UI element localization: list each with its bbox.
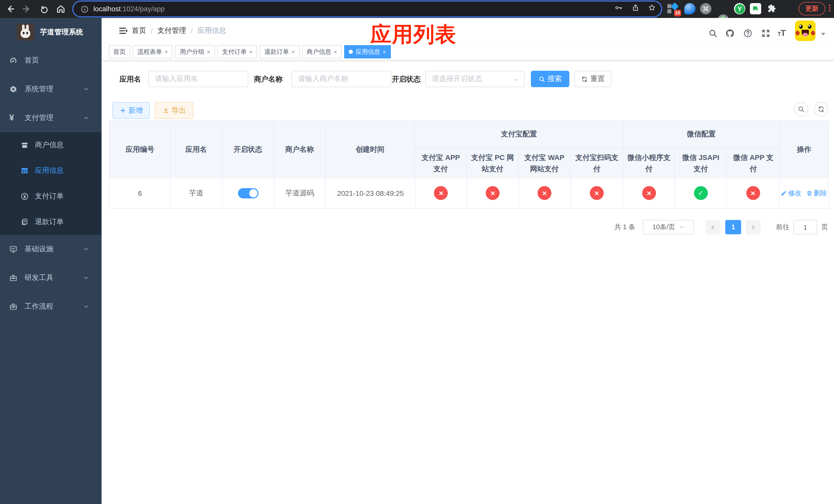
sidebar-item-system[interactable]: 系统管理 (0, 75, 102, 104)
browser-chrome: localhost:1024/pay/app 10 ⌘ 1 Y 更新 (0, 0, 834, 18)
sidebar-item-pay[interactable]: ¥ 支付管理 (0, 104, 102, 132)
sidebar-item-label: 系统管理 (25, 85, 53, 94)
sidebar-item-refund-order[interactable]: 退款订单 (0, 209, 102, 235)
tags-view-bar: 首页 流程表单× 用户分组× 支付订单× 退款订单× 商户信息× 应用信息× (102, 44, 834, 61)
close-icon[interactable]: × (382, 49, 386, 55)
sidebar-item-label: 研发工具 (25, 273, 53, 282)
table-header: 应用编号 应用名 开启状态 商户名称 创建时间 支付宝配置 支付宝 APP 支付… (109, 120, 829, 177)
add-button[interactable]: 新增 (112, 102, 150, 119)
font-size-icon[interactable]: TT (777, 28, 785, 39)
close-icon[interactable]: × (334, 49, 337, 55)
group-label: 支付宝配置 (415, 121, 623, 148)
extension-command-icon[interactable]: ⌘ (700, 3, 711, 14)
chevron-down-icon (83, 246, 89, 252)
cell-created: 2021-10-23 08:49:25 (326, 178, 415, 208)
page-size-select[interactable]: 10条/页 (643, 220, 694, 234)
tab-pay-order[interactable]: 支付订单× (218, 45, 257, 59)
chevron-down-icon (83, 86, 89, 92)
sidebar-item-devtools[interactable]: 研发工具 (0, 264, 102, 292)
col-header-merchant: 商户名称 (274, 121, 326, 177)
fullscreen-icon[interactable] (761, 29, 770, 38)
delete-link[interactable]: 删除 (807, 188, 827, 198)
cell-app-name: 芋道 (171, 178, 223, 208)
sidebar-item-infra[interactable]: 基础设施 (0, 235, 102, 264)
edit-link[interactable]: 修改 (781, 188, 802, 198)
tab-home[interactable]: 首页 (109, 45, 130, 59)
briefcase-icon (9, 302, 18, 311)
goto-label: 前往 (776, 220, 789, 234)
home-icon[interactable] (56, 4, 66, 14)
tab-user-group[interactable]: 用户分组× (175, 45, 215, 59)
browser-update-button[interactable]: 更新 (798, 2, 825, 15)
close-icon[interactable]: × (164, 49, 168, 55)
extension-y-icon[interactable]: Y (734, 3, 745, 14)
tab-merchant-info[interactable]: 商户信息× (302, 45, 342, 59)
breadcrumb-current: 应用信息 (197, 26, 226, 36)
sidebar-item-pay-order[interactable]: 支付订单 (0, 184, 102, 209)
app-logo-rabbit (17, 24, 34, 41)
export-button[interactable]: 导出 (155, 102, 193, 119)
sidebar-item-label: 基础设施 (25, 245, 53, 254)
app-logo-row[interactable]: 芋道管理系统 (0, 18, 102, 46)
refresh-table-button[interactable] (814, 102, 828, 116)
sidebar-item-merchant[interactable]: 商户信息 (0, 132, 102, 158)
sidebar-item-label: 应用信息 (35, 166, 64, 175)
plus-icon (119, 107, 126, 114)
chevron-down-icon (679, 225, 684, 230)
extension-chat-icon[interactable] (750, 3, 761, 14)
extension-badge: 10 (674, 10, 681, 17)
breadcrumb-home[interactable]: 首页 (132, 26, 146, 36)
sidebar-item-label: 工作流程 (25, 302, 53, 311)
dashboard-icon (9, 56, 18, 65)
toggle-search-button[interactable] (794, 102, 808, 116)
app-name-input[interactable]: 请输入应用名 (148, 71, 248, 87)
search-icon[interactable] (708, 29, 718, 38)
chevron-down-icon (83, 275, 89, 281)
tab-process-form[interactable]: 流程表单× (133, 45, 173, 59)
info-icon[interactable] (81, 5, 89, 13)
tab-refund-order[interactable]: 退款订单× (260, 45, 300, 59)
extension-balloon-icon[interactable] (684, 3, 696, 14)
reset-button[interactable]: 重置 (574, 71, 611, 87)
merchant-name-input[interactable]: 请输入商户名称 (291, 71, 391, 87)
avatar-caret-icon[interactable] (821, 32, 826, 36)
sidebar-collapse-icon[interactable] (118, 26, 128, 36)
table-row: 6 芋道 芋道源码 2021-10-23 08:49:25 (109, 177, 829, 209)
status-select[interactable]: 请选择开启状态 (425, 71, 525, 87)
close-icon[interactable]: × (291, 49, 295, 55)
trash-icon (807, 190, 813, 196)
bookmark-star-icon[interactable] (648, 3, 656, 12)
password-key-icon[interactable] (614, 3, 623, 12)
sidebar-item-app-info[interactable]: 应用信息 (0, 158, 102, 184)
user-avatar[interactable] (795, 21, 815, 41)
prev-page-button[interactable] (705, 220, 720, 234)
refresh-icon (581, 76, 588, 82)
extensions-puzzle-icon[interactable] (767, 3, 778, 14)
enabled-toggle[interactable] (238, 188, 258, 198)
reload-icon[interactable] (40, 4, 49, 14)
app-name-label: 应用名 (119, 71, 141, 87)
pencil-icon (781, 190, 787, 196)
page-number-active[interactable]: 1 (725, 220, 741, 234)
extension-grid-icon[interactable]: 10 (667, 3, 679, 14)
search-button[interactable]: 搜索 (531, 71, 569, 87)
url-bar[interactable]: localhost:1024/pay/app (73, 2, 661, 17)
forward-icon[interactable] (22, 4, 32, 14)
browser-menu-icon[interactable] (827, 4, 832, 14)
github-icon[interactable] (725, 29, 734, 38)
close-icon[interactable]: × (249, 49, 253, 55)
sidebar-item-home[interactable]: 首页 (0, 46, 102, 75)
sidebar-item-label: 首页 (25, 56, 39, 65)
search-icon (538, 76, 545, 82)
next-page-button[interactable] (746, 220, 761, 234)
share-icon[interactable] (631, 3, 640, 12)
group-label: 微信配置 (623, 121, 780, 148)
breadcrumb-pay[interactable]: 支付管理 (157, 26, 186, 36)
sidebar-item-workflow[interactable]: 工作流程 (0, 292, 102, 321)
url-text: localhost:1024/pay/app (93, 5, 164, 13)
col-header-app-id: 应用编号 (110, 121, 171, 177)
close-icon[interactable]: × (207, 49, 210, 55)
goto-page-input[interactable] (793, 220, 817, 234)
help-icon[interactable] (743, 29, 752, 38)
back-icon[interactable] (5, 4, 15, 14)
